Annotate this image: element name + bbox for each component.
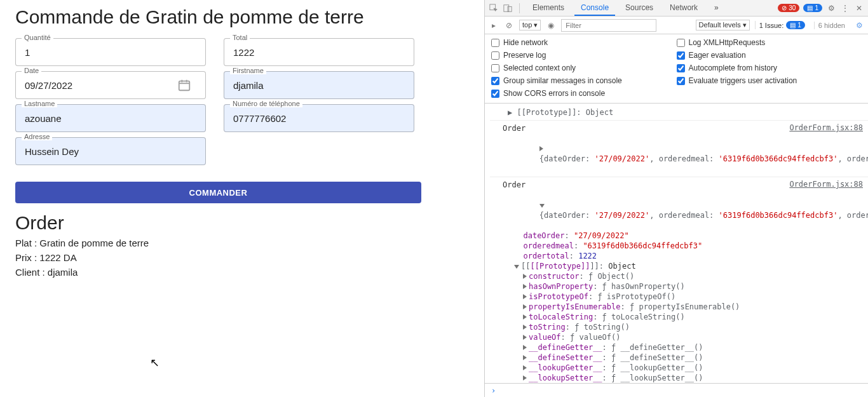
address-input[interactable] <box>15 137 206 165</box>
prop-prototype[interactable]: [[[[Prototype]]]]: Object <box>514 261 868 271</box>
firstname-field: Firstname <box>224 71 414 99</box>
cors-errors-checkbox[interactable]: Show CORS errors in console <box>491 89 677 98</box>
quantity-label: Quantité <box>22 34 53 41</box>
group-similar-checkbox[interactable]: Group similar messages in console <box>491 76 677 85</box>
svg-rect-5 <box>504 4 509 11</box>
proto-valueOf[interactable]: valueOf: ƒ valueOf() <box>523 332 868 342</box>
date-input[interactable]: 09/27/2022 <box>25 80 72 91</box>
address-label: Adresse <box>22 133 52 140</box>
proto-toLocaleString[interactable]: toLocaleString: ƒ toLocaleString() <box>523 312 868 322</box>
order-plat: Plat : Gratin de pomme de terre <box>15 238 469 248</box>
prop-dateOrder: dateOrder: "27/09/2022" <box>514 231 868 241</box>
prototype-line-top[interactable]: ▶ [[Prototype]]: Object <box>490 105 868 121</box>
inspect-icon[interactable] <box>489 3 499 13</box>
preserve-log-checkbox[interactable]: Preserve log <box>491 51 677 60</box>
clear-console-icon[interactable]: ⊘ <box>504 20 514 30</box>
proto-propertyIsEnumerable[interactable]: propertyIsEnumerable: ƒ propertyIsEnumer… <box>523 302 868 312</box>
console-settings-icon[interactable]: ⚙ <box>854 20 864 30</box>
filter-input[interactable] <box>561 19 656 32</box>
submit-button[interactable]: COMMANDER <box>15 182 421 203</box>
total-field: Total <box>224 38 414 66</box>
autocomplete-checkbox[interactable]: Autocomplete from history <box>677 64 862 72</box>
console-log-entry-expanded[interactable]: OrderForm.jsx:88 Order {dateOrder: '27/0… <box>490 177 868 383</box>
proto-defineGetter[interactable]: __defineGetter__: ƒ __defineGetter__() <box>523 342 868 353</box>
svg-rect-6 <box>508 6 512 11</box>
total-label: Total <box>230 34 250 41</box>
kebab-icon[interactable]: ⋮ <box>840 3 850 13</box>
sidebar-toggle-icon[interactable]: ▸ <box>489 20 499 30</box>
console-log-entry[interactable]: OrderForm.jsx:88 Order {dateOrder: '27/0… <box>490 121 868 177</box>
log-object-expanded-header[interactable]: {dateOrder: '27/09/2022', orderedmeal: '… <box>503 190 868 231</box>
prop-orderedmeal: orderedmeal: "6319f6d0b366dc94ffedcbf3" <box>514 241 868 251</box>
console-output[interactable]: ▶ [[Prototype]]: Object OrderForm.jsx:88… <box>485 104 868 383</box>
tab-elements[interactable]: Elements <box>526 1 571 16</box>
devtools-toolbar-main: Elements Console Sources Network » ⊘ 30 … <box>485 0 868 17</box>
gear-icon[interactable]: ⚙ <box>826 3 836 13</box>
page-title: Commande de Gratin de pomme de terre <box>15 6 469 28</box>
order-prix: Prix : 1222 DA <box>15 252 469 263</box>
tel-field: Numéro de téléphone <box>224 104 414 132</box>
prop-ordertotal: ordertotal: 1222 <box>514 251 868 261</box>
calendar-icon[interactable] <box>177 78 191 92</box>
eval-triggers-checkbox[interactable]: Evaluate triggers user activation <box>677 76 862 85</box>
proto-defineSetter[interactable]: __defineSetter__: ƒ __defineSetter__() <box>523 353 868 363</box>
proto-lookupSetter[interactable]: __lookupSetter__: ƒ __lookupSetter__() <box>523 373 868 383</box>
collapse-icon[interactable] <box>539 204 545 208</box>
hidden-count: 6 hidden <box>814 22 849 29</box>
live-expression-icon[interactable]: ◉ <box>546 20 556 30</box>
date-input-wrapper: 09/27/2022 <box>15 71 206 99</box>
total-input[interactable] <box>224 38 414 66</box>
address-field: Adresse <box>15 137 206 165</box>
source-link[interactable]: OrderForm.jsx:88 <box>789 123 863 132</box>
console-settings: Hide network Preserve log Selected conte… <box>485 34 868 104</box>
devtools-toolbar-console: ▸ ⊘ top ▾ ◉ Default levels ▾ 1 Issue: ▤ … <box>485 17 868 34</box>
quantity-input[interactable] <box>15 38 206 66</box>
tel-label: Numéro de téléphone <box>230 100 302 107</box>
levels-select[interactable]: Default levels ▾ <box>696 20 750 30</box>
toolbar-separator <box>519 3 520 13</box>
date-field: Date 09/27/2022 <box>15 71 206 99</box>
firstname-label: Firstname <box>230 67 266 74</box>
svg-rect-0 <box>179 81 190 91</box>
tab-sources[interactable]: Sources <box>619 1 660 16</box>
tab-network[interactable]: Network <box>663 1 704 16</box>
error-badge[interactable]: ⊘ 30 <box>778 4 799 12</box>
proto-hasOwnProperty[interactable]: hasOwnProperty: ƒ hasOwnProperty() <box>523 281 868 292</box>
proto-isPrototypeOf[interactable]: isPrototypeOf: ƒ isPrototypeOf() <box>523 292 868 302</box>
lastname-field: Lastname <box>15 104 206 132</box>
log-object-collapsed[interactable]: {dateOrder: '27/09/2022', orderedmeal: '… <box>503 133 868 174</box>
message-badge[interactable]: ▤ 1 <box>803 4 822 12</box>
log-xml-checkbox[interactable]: Log XMLHttpRequests <box>677 38 862 47</box>
tab-more[interactable]: » <box>708 1 725 16</box>
tel-input[interactable] <box>224 104 414 132</box>
app-page: Commande de Gratin de pomme de terre Qua… <box>0 0 484 397</box>
context-select[interactable]: top ▾ <box>519 20 541 30</box>
issues-indicator[interactable]: 1 Issue: ▤ 1 <box>755 21 809 29</box>
order-client: Client : djamila <box>15 267 469 278</box>
firstname-input[interactable] <box>224 71 414 99</box>
lastname-input[interactable] <box>15 104 206 132</box>
quantity-field: Quantité <box>15 38 206 66</box>
lastname-label: Lastname <box>22 100 57 107</box>
proto-toString[interactable]: toString: ƒ toString() <box>523 322 868 332</box>
devtools-panel: Elements Console Sources Network » ⊘ 30 … <box>484 0 868 397</box>
tab-console[interactable]: Console <box>574 1 615 16</box>
close-icon[interactable]: ✕ <box>854 3 864 13</box>
source-link[interactable]: OrderForm.jsx:88 <box>789 180 863 189</box>
date-label: Date <box>22 67 41 74</box>
order-heading: Order <box>15 212 469 234</box>
console-prompt[interactable]: › <box>485 383 868 397</box>
device-icon[interactable] <box>503 3 513 13</box>
selected-context-checkbox[interactable]: Selected context only <box>491 64 677 72</box>
proto-lookupGetter[interactable]: __lookupGetter__: ƒ __lookupGetter__() <box>523 363 868 373</box>
eager-eval-checkbox[interactable]: Eager evaluation <box>677 51 862 60</box>
proto-constructor[interactable]: constructor: ƒ Object() <box>523 271 868 281</box>
hide-network-checkbox[interactable]: Hide network <box>491 38 677 47</box>
expand-icon[interactable] <box>539 146 543 151</box>
